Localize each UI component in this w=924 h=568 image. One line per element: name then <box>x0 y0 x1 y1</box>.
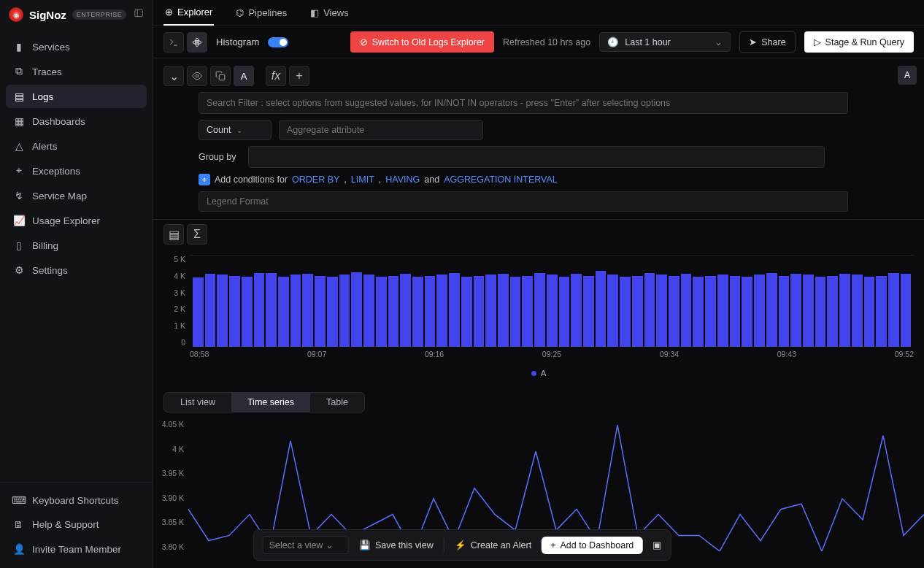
share-button[interactable]: ➤Share <box>739 31 795 53</box>
sidebar-item-traces[interactable]: ⧉Traces <box>6 60 147 83</box>
histogram-bar[interactable] <box>779 276 790 348</box>
histogram-plot[interactable] <box>190 255 914 347</box>
sidebar-item-keyboard-shortcuts[interactable]: ⌨Keyboard Shortcuts <box>6 488 147 512</box>
histogram-bar[interactable] <box>351 272 362 348</box>
histogram-bar[interactable] <box>717 275 728 347</box>
histogram-bar[interactable] <box>571 274 582 347</box>
histogram-bar[interactable] <box>681 274 692 347</box>
histogram-bar[interactable] <box>742 277 752 347</box>
sidebar-item-exceptions[interactable]: ⌖Exceptions <box>6 159 147 183</box>
sidebar-item-service-map[interactable]: ↯Service Map <box>6 184 147 207</box>
histogram-bar[interactable] <box>596 271 607 347</box>
sidebar-item-billing[interactable]: ▯Billing <box>6 234 147 257</box>
histogram-bar[interactable] <box>607 275 618 347</box>
histogram-bar[interactable] <box>827 276 838 348</box>
create-alert-button[interactable]: ⚡Create an Alert <box>455 540 531 550</box>
sidebar-item-services[interactable]: ▮Services <box>6 35 147 58</box>
histogram-bar[interactable] <box>266 273 277 347</box>
atom-button[interactable] <box>187 32 207 53</box>
view-select[interactable]: Select a view ⌄ <box>263 536 349 554</box>
filter-input[interactable] <box>199 92 848 114</box>
histogram-bar[interactable] <box>474 276 485 348</box>
histogram-bar[interactable] <box>302 274 313 347</box>
histogram-bar[interactable] <box>461 277 472 347</box>
histogram-bar[interactable] <box>730 276 741 348</box>
histogram-bar[interactable] <box>510 277 521 347</box>
expand-button[interactable]: ▣ <box>652 540 661 550</box>
histogram-toggle[interactable] <box>268 37 288 47</box>
switch-old-explorer-button[interactable]: ⊘Switch to Old Logs Explorer <box>350 31 494 53</box>
histogram-bar[interactable] <box>278 277 289 347</box>
histogram-bar[interactable] <box>522 276 533 348</box>
histogram-bar[interactable] <box>620 277 631 347</box>
histogram-bar[interactable] <box>498 274 509 347</box>
aggregation-interval-link[interactable]: AGGREGATION INTERVAL <box>444 174 558 185</box>
histogram-bar[interactable] <box>547 275 558 347</box>
histogram-bar[interactable] <box>449 273 460 347</box>
sidebar-item-invite-team[interactable]: 👤Invite Team Member <box>6 537 147 561</box>
time-series-button[interactable]: Time series <box>231 393 310 412</box>
histogram-bar[interactable] <box>339 275 350 347</box>
histogram-bar[interactable] <box>803 275 814 347</box>
time-range-select[interactable]: 🕘Last 1 hour⌄ <box>599 32 731 52</box>
histogram-bar[interactable] <box>644 273 655 347</box>
histogram-bar[interactable] <box>559 277 570 347</box>
aggregate-function-select[interactable]: Count⌄ <box>199 120 272 140</box>
table-view-button[interactable]: Table <box>310 393 364 412</box>
side-query-tag[interactable]: A <box>898 66 917 85</box>
histogram-bar[interactable] <box>754 275 765 347</box>
histogram-bar[interactable] <box>693 277 704 347</box>
histogram-bar[interactable] <box>327 277 338 347</box>
add-condition-button[interactable]: + <box>199 174 210 185</box>
histogram-bar[interactable] <box>705 276 716 348</box>
histogram-bar[interactable] <box>656 275 667 347</box>
histogram-bar[interactable] <box>229 276 240 348</box>
run-query-button[interactable]: ▷Stage & Run Query <box>804 31 914 53</box>
histogram-bar[interactable] <box>436 275 447 347</box>
histogram-bar[interactable] <box>864 277 875 347</box>
histogram-bar[interactable] <box>290 275 301 347</box>
limit-link[interactable]: LIMIT <box>351 174 374 185</box>
histogram-bar[interactable] <box>425 276 436 348</box>
histogram-bar[interactable] <box>400 274 411 347</box>
tab-views[interactable]: ◧Views <box>309 0 350 26</box>
histogram-bar[interactable] <box>315 276 326 348</box>
histogram-bar[interactable] <box>876 276 887 348</box>
histogram-bar[interactable] <box>376 277 387 347</box>
terminal-button[interactable] <box>163 32 184 53</box>
query-tag[interactable]: A <box>234 66 254 86</box>
copy-query-button[interactable] <box>210 66 231 86</box>
sidebar-item-settings[interactable]: ⚙Settings <box>6 258 147 282</box>
add-to-dashboard-button[interactable]: +Add to Dashboard <box>542 537 642 554</box>
histogram-bar[interactable] <box>485 275 496 347</box>
histogram-bar[interactable] <box>815 277 826 347</box>
sidebar-item-usage-explorer[interactable]: 📈Usage Explorer <box>6 209 147 232</box>
sidebar-item-alerts[interactable]: △Alerts <box>6 134 147 158</box>
histogram-bar[interactable] <box>242 277 253 347</box>
having-link[interactable]: HAVING <box>385 174 420 185</box>
add-function-button[interactable]: + <box>289 66 309 86</box>
histogram-bar[interactable] <box>790 274 801 347</box>
legend-format-input[interactable] <box>199 191 848 212</box>
tab-explorer[interactable]: ⊕Explorer <box>163 0 214 26</box>
histogram-bar[interactable] <box>669 276 679 348</box>
histogram-bar[interactable] <box>901 274 912 347</box>
histogram-bar[interactable] <box>766 273 777 347</box>
function-button[interactable]: fx <box>266 66 286 86</box>
sidebar-item-dashboards[interactable]: ▦Dashboards <box>6 110 147 133</box>
save-view-button[interactable]: 💾Save this view <box>359 540 434 550</box>
histogram-bar[interactable] <box>193 277 204 347</box>
histogram-bar[interactable] <box>632 276 643 348</box>
histogram-bar[interactable] <box>205 274 216 347</box>
order-by-link[interactable]: ORDER BY <box>292 174 339 185</box>
histogram-bar[interactable] <box>388 276 399 348</box>
group-by-input[interactable] <box>248 146 825 168</box>
histogram-bar[interactable] <box>412 277 423 347</box>
collapse-query-button[interactable]: ⌄ <box>163 66 184 86</box>
histogram-bar[interactable] <box>534 273 545 347</box>
histogram-bar[interactable] <box>217 275 228 347</box>
sum-view-button[interactable]: Σ <box>187 224 207 245</box>
histogram-bar[interactable] <box>852 275 863 347</box>
list-view-button[interactable]: List view <box>164 393 231 412</box>
sidebar-item-logs[interactable]: ▤Logs <box>6 85 147 108</box>
